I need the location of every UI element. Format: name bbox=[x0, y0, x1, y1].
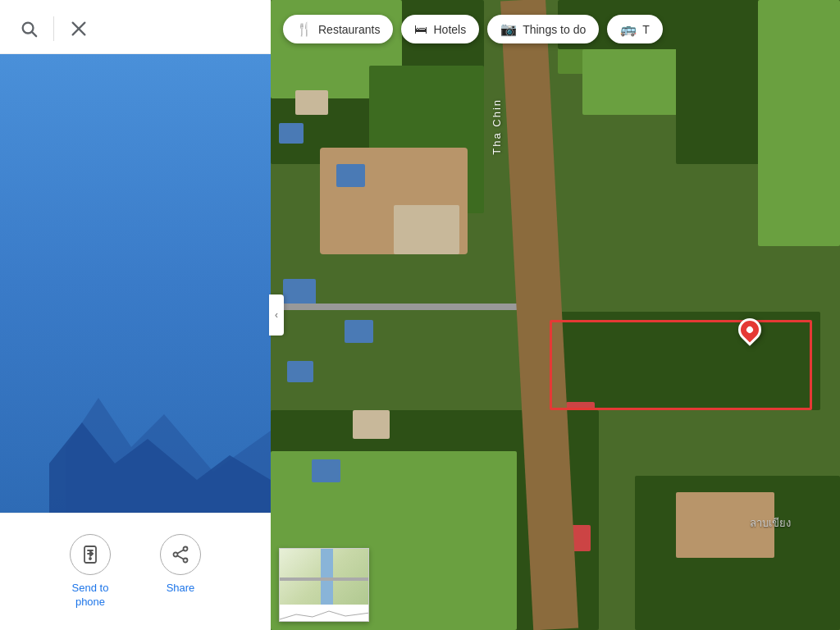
transit-icon: 🚌 bbox=[620, 21, 637, 37]
send-to-phone-label: Send tophone bbox=[72, 582, 109, 609]
sidebar: Send tophone Share bbox=[0, 0, 271, 630]
svg-marker-5 bbox=[0, 422, 271, 513]
filter-restaurants[interactable]: 🍴 Restaurants bbox=[283, 15, 393, 43]
filter-things-to-do-label: Things to do bbox=[523, 23, 586, 36]
mini-map-inner bbox=[280, 549, 368, 606]
svg-line-13 bbox=[178, 556, 184, 559]
filter-transit[interactable]: 🚌 T bbox=[607, 15, 663, 43]
search-divider bbox=[53, 16, 54, 41]
search-button[interactable] bbox=[12, 12, 45, 45]
hotels-icon: 🛏 bbox=[414, 22, 427, 37]
svg-point-8 bbox=[89, 558, 91, 559]
search-bar bbox=[0, 0, 271, 54]
map-patch bbox=[394, 205, 459, 254]
collapse-icon: ‹ bbox=[275, 309, 278, 321]
map-patch bbox=[353, 410, 390, 439]
close-button[interactable] bbox=[62, 12, 95, 45]
share-button[interactable]: Share bbox=[160, 534, 201, 609]
map-patch bbox=[312, 459, 340, 482]
filter-things-to-do[interactable]: 📷 Things to do bbox=[487, 15, 599, 43]
collapse-sidebar-button[interactable]: ‹ bbox=[269, 294, 284, 336]
map-patch bbox=[271, 304, 541, 310]
send-to-phone-icon-circle bbox=[70, 534, 111, 575]
filter-hotels-label: Hotels bbox=[433, 23, 466, 36]
pin-dot bbox=[745, 325, 754, 334]
sidebar-actions: Send tophone Share bbox=[0, 513, 271, 630]
filter-restaurants-label: Restaurants bbox=[318, 23, 380, 36]
filter-transit-label: T bbox=[642, 23, 650, 36]
svg-line-1 bbox=[32, 32, 36, 36]
mountain-silhouette bbox=[0, 349, 271, 513]
svg-line-12 bbox=[178, 550, 184, 554]
map-patch bbox=[279, 123, 304, 144]
river-label: Tha Chin bbox=[491, 98, 503, 155]
map-patch bbox=[295, 90, 328, 115]
mini-chart bbox=[280, 605, 368, 621]
camera-icon: 📷 bbox=[500, 21, 517, 37]
send-to-phone-button[interactable]: Send tophone bbox=[70, 534, 111, 609]
mini-map-road bbox=[280, 578, 368, 581]
restaurants-icon: 🍴 bbox=[296, 21, 313, 37]
sidebar-map-preview[interactable] bbox=[0, 54, 271, 513]
map-area[interactable]: Tha Chin ลาบเขียง 🍴 Restaurants 🛏 Hotels… bbox=[271, 0, 840, 630]
share-icon-circle bbox=[160, 534, 201, 575]
map-patch bbox=[287, 361, 313, 382]
filter-bar: 🍴 Restaurants 🛏 Hotels 📷 Things to do 🚌 … bbox=[279, 15, 840, 43]
filter-hotels[interactable]: 🛏 Hotels bbox=[401, 15, 479, 43]
location-selection-rect bbox=[550, 320, 812, 410]
map-patch bbox=[336, 164, 365, 187]
pin-marker bbox=[733, 313, 766, 346]
mini-map[interactable] bbox=[279, 548, 369, 622]
map-patch bbox=[345, 320, 373, 343]
share-label: Share bbox=[167, 582, 195, 596]
map-pin[interactable] bbox=[738, 318, 761, 341]
map-patch bbox=[283, 279, 316, 305]
thai-location-label: ลาบเขียง bbox=[750, 514, 791, 532]
